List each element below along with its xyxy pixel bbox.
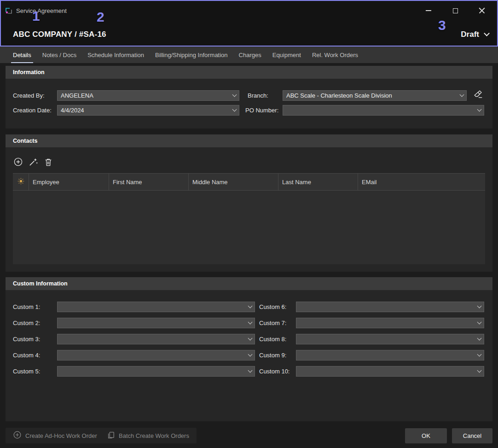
custom-10-dropdown[interactable]	[296, 366, 484, 377]
row-indicator-column-header[interactable]	[13, 174, 29, 190]
custom-3-dropdown[interactable]	[57, 334, 255, 344]
custom-1-dropdown[interactable]	[57, 302, 255, 312]
created-by-dropdown[interactable]: ANGELENA	[57, 90, 239, 101]
chevron-down-icon	[484, 30, 490, 36]
chevron-down-icon	[245, 338, 255, 340]
tab-rel-work-orders[interactable]: Rel. Work Orders	[307, 47, 364, 63]
chevron-down-icon	[475, 355, 484, 356]
trash-icon	[44, 157, 53, 168]
ok-button[interactable]: OK	[405, 428, 447, 443]
custom-4-label: Custom 4:	[13, 350, 40, 361]
custom-information-section: Custom Information Custom 1: Custom 2: C…	[6, 277, 492, 421]
information-section-body: Created By: ANGELENA Branch: ABC Scale -…	[6, 79, 492, 128]
custom-3-label: Custom 3:	[13, 334, 40, 344]
custom-9-label: Custom 9:	[259, 350, 286, 361]
eraser-icon	[473, 89, 483, 100]
titlebar: Service Agreement ABC COMPANY / #SA-16 D…	[0, 0, 498, 47]
titlebar-row: Service Agreement	[5, 4, 495, 17]
service-agreement-window: Service Agreement ABC COMPANY / #SA-16 D…	[0, 0, 498, 448]
information-section: Information Created By: ANGELENA Branch:…	[6, 66, 492, 128]
chevron-down-icon	[230, 95, 239, 96]
tab-equipment[interactable]: Equipment	[267, 47, 307, 63]
delete-contact-button[interactable]	[42, 157, 54, 169]
created-by-label: Created By:	[13, 90, 45, 101]
create-adhoc-work-order-label: Create Ad-Hoc Work Order	[25, 432, 97, 439]
tab-billing-shipping-information[interactable]: Billing/Shipping Information	[150, 47, 233, 63]
column-header-first-name[interactable]: First Name	[109, 174, 189, 190]
custom-2-dropdown[interactable]	[57, 318, 255, 328]
custom-8-label: Custom 8:	[259, 334, 286, 344]
minimize-icon	[426, 10, 431, 11]
batch-create-work-orders-label: Batch Create Work Orders	[119, 432, 189, 439]
custom-5-dropdown[interactable]	[57, 366, 255, 377]
contacts-grid-header: Employee First Name Middle Name Last Nam…	[13, 173, 485, 191]
custom-7-dropdown[interactable]	[296, 318, 484, 328]
custom-5-label: Custom 5:	[13, 366, 40, 377]
maximize-button[interactable]	[442, 4, 469, 17]
close-icon	[479, 7, 485, 14]
copy-pages-icon	[107, 431, 115, 441]
column-header-email[interactable]: EMail	[358, 174, 485, 190]
custom-2-label: Custom 2:	[13, 318, 40, 328]
tab-charges[interactable]: Charges	[233, 47, 267, 63]
chevron-down-icon	[475, 338, 484, 340]
custom-4-dropdown[interactable]	[57, 350, 255, 361]
contacts-section: Contacts	[6, 134, 492, 272]
creation-date-dropdown[interactable]: 4/4/2024	[57, 105, 239, 116]
contacts-toolbar	[12, 157, 54, 169]
status-dropdown[interactable]: Draft	[461, 30, 489, 39]
magic-wand-icon	[29, 157, 38, 168]
branch-value: ABC Scale - Charlesteon Scale Division	[283, 92, 457, 99]
column-header-employee[interactable]: Employee	[29, 174, 109, 190]
chevron-down-icon	[245, 322, 255, 324]
column-header-middle-name[interactable]: Middle Name	[189, 174, 278, 190]
chevron-down-icon	[457, 95, 466, 96]
add-contact-button[interactable]	[12, 157, 24, 169]
add-circle-icon	[13, 431, 22, 441]
contacts-section-body: Employee First Name Middle Name Last Nam…	[6, 147, 492, 272]
tab-bar: Details Notes / Docs Schedule Informatio…	[0, 47, 498, 63]
close-button[interactable]	[469, 4, 495, 17]
custom-information-section-body: Custom 1: Custom 2: Custom 3: Custom 4: …	[6, 290, 492, 421]
creation-date-label: Creation Date:	[13, 105, 52, 116]
information-section-title: Information	[6, 66, 492, 79]
chevron-down-icon	[230, 110, 239, 111]
custom-1-label: Custom 1:	[13, 302, 40, 312]
add-circle-icon	[13, 157, 23, 168]
heading-row: ABC COMPANY / #SA-16 Draft	[13, 28, 489, 41]
tab-schedule-information[interactable]: Schedule Information	[82, 47, 150, 63]
created-by-value: ANGELENA	[58, 92, 230, 99]
minimize-button[interactable]	[415, 4, 442, 17]
custom-10-label: Custom 10:	[259, 366, 290, 377]
chevron-down-icon	[475, 371, 484, 372]
custom-6-dropdown[interactable]	[296, 302, 484, 312]
custom-8-dropdown[interactable]	[296, 334, 484, 344]
chevron-down-icon	[245, 371, 255, 372]
chevron-down-icon	[245, 355, 255, 356]
po-number-dropdown[interactable]	[283, 105, 484, 116]
status-label: Draft	[461, 30, 479, 39]
contacts-grid: Employee First Name Middle Name Last Nam…	[13, 173, 485, 264]
edit-contact-button[interactable]	[27, 157, 39, 169]
custom-6-label: Custom 6:	[259, 302, 286, 312]
maximize-icon	[453, 8, 458, 13]
chevron-down-icon	[475, 322, 484, 324]
tab-details[interactable]: Details	[7, 47, 37, 63]
custom-9-dropdown[interactable]	[296, 350, 484, 361]
window-title: Service Agreement	[16, 7, 67, 14]
sun-icon	[17, 178, 24, 186]
app-icon	[5, 6, 13, 15]
record-heading: ABC COMPANY / #SA-16	[13, 30, 106, 39]
footer-bar: Create Ad-Hoc Work Order Batch Create Wo…	[0, 421, 498, 448]
branch-label: Branch:	[248, 90, 268, 101]
tab-notes-docs[interactable]: Notes / Docs	[37, 47, 82, 63]
create-adhoc-work-order-button[interactable]: Create Ad-Hoc Work Order	[6, 428, 104, 443]
custom-7-label: Custom 7:	[259, 318, 286, 328]
chevron-down-icon	[475, 306, 484, 308]
cancel-button[interactable]: Cancel	[452, 428, 492, 443]
column-header-last-name[interactable]: Last Name	[278, 174, 358, 190]
custom-information-section-title: Custom Information	[6, 277, 492, 290]
batch-create-work-orders-button[interactable]: Batch Create Work Orders	[99, 428, 197, 443]
clear-button[interactable]	[472, 88, 484, 100]
branch-dropdown[interactable]: ABC Scale - Charlesteon Scale Division	[283, 90, 467, 101]
